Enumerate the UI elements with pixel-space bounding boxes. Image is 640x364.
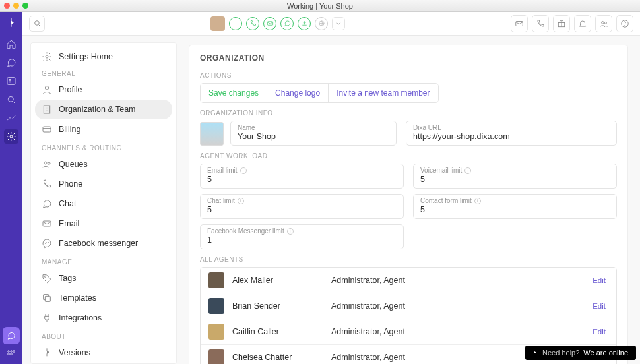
section-about: ABOUT bbox=[31, 328, 176, 343]
nav-profile[interactable]: Profile bbox=[31, 80, 176, 100]
team-icon[interactable] bbox=[595, 15, 612, 32]
nav-versions[interactable]: Versions bbox=[31, 343, 176, 363]
minimize-window[interactable] bbox=[13, 3, 19, 9]
close-window[interactable] bbox=[4, 3, 10, 9]
avatar bbox=[208, 324, 224, 340]
phone-icon[interactable] bbox=[532, 15, 549, 32]
svg-point-18 bbox=[625, 25, 625, 26]
status-mail-icon[interactable] bbox=[263, 17, 276, 30]
url-field[interactable]: Dixa URL https://your-shop.dixa.com bbox=[406, 121, 617, 146]
svg-point-5 bbox=[11, 351, 13, 353]
gear-icon bbox=[42, 51, 52, 62]
status-globe-icon[interactable] bbox=[315, 17, 328, 30]
contacts-icon[interactable] bbox=[4, 74, 18, 88]
svg-rect-13 bbox=[516, 21, 523, 26]
window-controls bbox=[4, 3, 28, 9]
nav-queues[interactable]: Queues bbox=[31, 154, 176, 174]
email-limit-field[interactable]: Email limiti 5 bbox=[200, 164, 404, 189]
search-rail-icon[interactable] bbox=[4, 92, 18, 107]
voicemail-limit-field[interactable]: Voicemail limiti 5 bbox=[413, 164, 617, 189]
page-title: ORGANIZATION bbox=[200, 53, 617, 63]
svg-rect-11 bbox=[267, 22, 272, 26]
users-icon bbox=[42, 159, 52, 169]
svg-rect-27 bbox=[45, 296, 50, 301]
svg-point-1 bbox=[9, 79, 11, 81]
info-icon: i bbox=[240, 167, 247, 174]
current-user-avatar[interactable] bbox=[210, 16, 225, 31]
nav-billing[interactable]: Billing bbox=[31, 119, 176, 139]
chat-bubble-icon[interactable] bbox=[3, 327, 20, 344]
change-logo-button[interactable]: Change logo bbox=[267, 84, 329, 102]
nav-chat[interactable]: Chat bbox=[31, 194, 176, 214]
nav-phone[interactable]: Phone bbox=[31, 174, 176, 194]
url-value: https://your-shop.dixa.com bbox=[413, 132, 610, 141]
status-upload-icon[interactable] bbox=[298, 17, 311, 30]
svg-point-2 bbox=[8, 96, 13, 102]
organization-card: ORGANIZATION ACTIONS Save changes Change… bbox=[189, 45, 628, 364]
conversations-icon[interactable] bbox=[4, 55, 18, 70]
search-icon[interactable] bbox=[29, 16, 45, 32]
settings-rail-icon[interactable] bbox=[4, 129, 18, 144]
svg-rect-21 bbox=[44, 106, 49, 113]
avatar bbox=[208, 272, 224, 288]
status-info-icon[interactable] bbox=[229, 17, 242, 30]
pin-icon bbox=[42, 348, 52, 358]
nav-facebook[interactable]: Facebook messenger bbox=[31, 233, 176, 253]
logo-icon[interactable] bbox=[4, 16, 18, 30]
avatar bbox=[208, 349, 224, 364]
svg-point-24 bbox=[48, 162, 50, 164]
help-icon[interactable] bbox=[616, 15, 633, 32]
analytics-icon[interactable] bbox=[4, 111, 18, 125]
fb-limit-field[interactable]: Facebook Messenger limiti 1 bbox=[200, 224, 404, 249]
help-widget[interactable]: Need help? We are online bbox=[525, 346, 636, 360]
status-chat-icon[interactable] bbox=[280, 17, 294, 30]
settings-home[interactable]: Settings Home bbox=[31, 47, 176, 65]
nav-organization[interactable]: Organization & Team bbox=[35, 100, 172, 119]
svg-point-23 bbox=[44, 162, 47, 164]
edit-link[interactable]: Edit bbox=[592, 328, 608, 336]
chat-limit-field[interactable]: Chat limiti 5 bbox=[200, 194, 404, 219]
contact-limit-field[interactable]: Contact form limiti 5 bbox=[413, 194, 617, 219]
workload-label: AGENT WORKLOAD bbox=[200, 152, 617, 160]
svg-point-6 bbox=[13, 351, 15, 353]
edit-link[interactable]: Edit bbox=[592, 302, 608, 310]
inbox-icon[interactable] bbox=[511, 15, 528, 32]
avatar bbox=[208, 298, 224, 314]
svg-point-8 bbox=[11, 353, 13, 355]
nav-templates[interactable]: Templates bbox=[31, 288, 176, 308]
nav-tags[interactable]: Tags bbox=[31, 268, 176, 288]
home-icon[interactable] bbox=[4, 37, 18, 51]
svg-point-4 bbox=[8, 351, 10, 353]
svg-point-20 bbox=[45, 86, 48, 90]
messenger-icon bbox=[42, 238, 52, 249]
org-logo bbox=[200, 122, 224, 146]
bell-icon[interactable] bbox=[574, 15, 591, 32]
agents-label: ALL AGENTS bbox=[200, 256, 617, 263]
status-dropdown[interactable] bbox=[332, 17, 345, 30]
section-manage: MANAGE bbox=[31, 253, 176, 268]
user-icon bbox=[42, 84, 52, 95]
svg-rect-0 bbox=[7, 78, 15, 85]
status-phone-icon[interactable] bbox=[246, 17, 259, 30]
agent-row: Alex Mailer Administrator, Agent Edit bbox=[201, 268, 616, 293]
zoom-window[interactable] bbox=[22, 3, 28, 9]
plug-icon bbox=[42, 313, 52, 323]
mail-nav-icon bbox=[42, 218, 52, 229]
nav-email[interactable]: Email bbox=[31, 214, 176, 233]
save-changes-button[interactable]: Save changes bbox=[201, 84, 267, 102]
invite-member-button[interactable]: Invite a new team member bbox=[329, 84, 437, 102]
phone-nav-icon bbox=[42, 179, 52, 189]
name-value: Your Shop bbox=[238, 132, 389, 141]
apps-icon[interactable] bbox=[4, 347, 18, 361]
svg-point-15 bbox=[602, 21, 604, 24]
copy-icon bbox=[42, 293, 52, 303]
nav-integrations[interactable]: Integrations bbox=[31, 308, 176, 328]
svg-point-9 bbox=[34, 21, 39, 25]
actions-group: Save changes Change logo Invite a new te… bbox=[200, 83, 439, 103]
gift-icon[interactable] bbox=[553, 15, 570, 32]
info-icon: i bbox=[464, 167, 471, 174]
edit-link[interactable]: Edit bbox=[592, 276, 608, 284]
svg-point-16 bbox=[604, 22, 606, 24]
name-field[interactable]: Name Your Shop bbox=[230, 121, 397, 146]
topbar bbox=[22, 12, 640, 36]
